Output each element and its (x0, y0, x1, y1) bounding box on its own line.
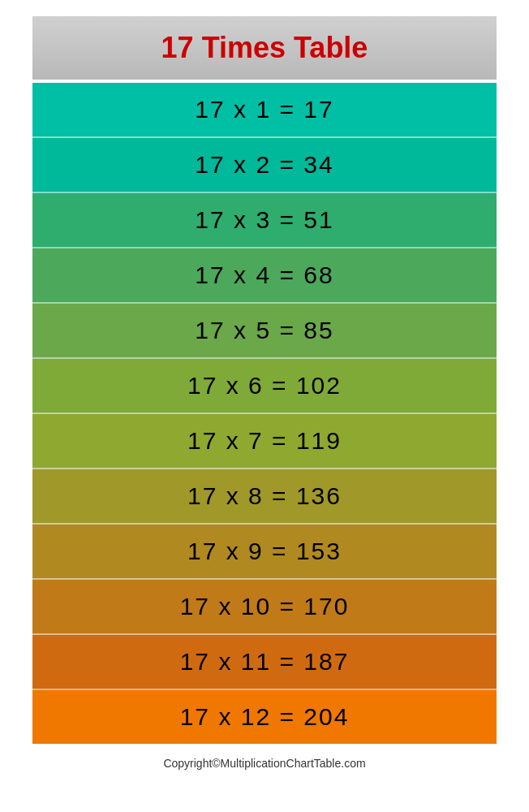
row-equation: 17 x 11 = 187 (175, 648, 354, 676)
row-equation: 17 x 3 = 51 (175, 206, 354, 234)
row-equation: 17 x 8 = 136 (175, 482, 354, 510)
times-table-container: 17 x 1 = 1717 x 2 = 3417 x 3 = 5117 x 4 … (32, 83, 497, 744)
table-row: 17 x 10 = 170 (32, 580, 497, 635)
row-equation: 17 x 12 = 204 (175, 703, 354, 731)
table-row: 17 x 5 = 85 (32, 304, 497, 359)
table-row: 17 x 9 = 153 (32, 525, 497, 580)
row-equation: 17 x 5 = 85 (175, 317, 354, 344)
table-row: 17 x 8 = 136 (32, 469, 497, 525)
table-row: 17 x 12 = 204 (32, 690, 497, 744)
table-row: 17 x 3 = 51 (32, 193, 497, 248)
page-title: 17 Times Table (161, 31, 368, 64)
row-equation: 17 x 6 = 102 (175, 372, 354, 400)
row-equation: 17 x 1 = 17 (175, 96, 354, 123)
table-row: 17 x 1 = 17 (32, 83, 497, 138)
title-bar: 17 Times Table (32, 16, 497, 80)
footer-text: Copyright©MultiplicationChartTable.com (163, 757, 365, 770)
table-row: 17 x 11 = 187 (32, 635, 497, 690)
row-equation: 17 x 4 = 68 (175, 261, 354, 289)
row-equation: 17 x 10 = 170 (175, 593, 354, 620)
table-row: 17 x 4 = 68 (32, 248, 497, 304)
table-row: 17 x 7 = 119 (32, 414, 497, 469)
table-row: 17 x 6 = 102 (32, 359, 497, 414)
row-equation: 17 x 9 = 153 (175, 538, 354, 565)
table-row: 17 x 2 = 34 (32, 138, 497, 193)
row-equation: 17 x 7 = 119 (175, 427, 354, 455)
row-equation: 17 x 2 = 34 (175, 151, 354, 179)
